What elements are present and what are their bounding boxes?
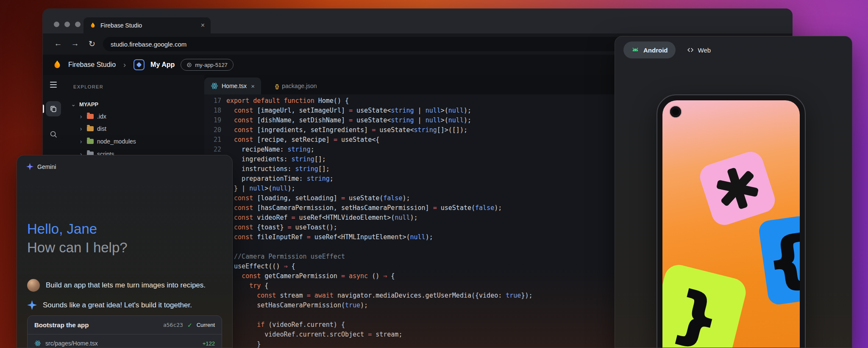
close-brace-icon: } [670,283,725,348]
window-controls [54,22,81,27]
app-prototype-icon [134,59,145,70]
changed-file-path: src/pages/Home.tsx [45,340,198,347]
tree-item-node-modules[interactable]: › node_modules [78,136,136,147]
project-id: my-app-5127 [195,62,228,68]
task-title: Bootstrap the app [34,321,159,329]
project-icon [186,62,192,68]
gemini-panel: Gemini Hello, Jane How can I help? Build… [17,155,233,348]
forward-icon[interactable]: → [70,39,80,48]
tab-close-icon[interactable]: × [201,22,205,29]
open-brace-icon: { [764,228,800,293]
breadcrumb-brand[interactable]: Firebase Studio [68,61,116,69]
chat-message-gemini: Sounds like a great idea! Let's build it… [27,300,192,310]
firebase-logo-icon [52,60,62,70]
url-text: studio.firebase.google.com [111,41,186,48]
task-card-header: Bootstrap the app a56c23 ✓ Current [28,316,222,334]
app-shape-pink [697,149,778,228]
folder-icon [87,139,94,144]
code-icon [687,46,694,54]
project-id-badge[interactable]: my-app-5127 [181,59,234,71]
react-icon [211,82,218,90]
menu-icon[interactable] [43,82,64,88]
tree-item-dist[interactable]: › dist [78,123,106,134]
search-icon [49,130,58,138]
greeting-primary: Hello, Jane [27,220,128,238]
gemini-greeting: Hello, Jane How can I help? [27,220,128,257]
status-badge: Current [197,322,215,328]
phone-camera [670,106,681,117]
commit-hash: a56c23 [163,322,183,328]
reload-icon[interactable]: ↻ [87,39,97,49]
phone-mockup: { } [657,94,806,348]
editor-tab-package-json[interactable]: {} package.json [269,77,323,94]
diff-added-count: +122 [203,340,215,347]
check-icon: ✓ [187,322,192,329]
android-icon [631,46,640,54]
chevron-right-icon: › [78,138,83,145]
gemini-sparkle-icon [27,300,37,310]
gemini-header: Gemini [26,163,56,170]
user-avatar [27,279,40,292]
app-shape-green: } [662,262,749,348]
preview-target-toggles: Android Web [623,41,713,58]
toggle-android[interactable]: Android [623,41,676,58]
asterisk-icon [711,162,764,215]
desktop: Firebase Studio × ← → ↻ studio.firebase.… [0,0,868,348]
active-view-indicator [43,105,44,113]
greeting-secondary: How can I help? [27,238,128,257]
tree-root-myapp[interactable]: ⌄ MYAPP [71,99,98,110]
folder-icon [87,114,94,119]
phone-screen: { } [662,100,800,348]
window-close-button[interactable] [54,22,59,27]
toggle-web[interactable]: Web [684,41,714,58]
chevron-right-icon: › [78,125,83,132]
window-zoom-button[interactable] [75,22,81,27]
tab-close-icon[interactable]: × [251,83,255,90]
browser-tab-strip: Firebase Studio × [43,9,792,33]
chevron-down-icon: ⌄ [71,101,76,108]
search-view-button[interactable] [43,130,64,138]
window-minimize-button[interactable] [64,22,70,27]
json-braces-icon: {} [275,83,278,89]
chevron-right-icon: › [78,113,83,120]
browser-tab[interactable]: Firebase Studio × [83,17,211,33]
gemini-title: Gemini [37,163,56,170]
editor-tab-home-tsx[interactable]: Home.tsx × [204,77,261,94]
folder-icon [87,126,94,131]
breadcrumb-separator: › [122,61,128,69]
project-name[interactable]: My App [150,61,175,69]
gemini-sparkle-icon [26,163,33,170]
browser-tab-title: Firebase Studio [100,22,197,29]
explorer-title: EXPLORER [73,84,103,89]
tree-item-idx[interactable]: › .idx [78,111,106,122]
react-icon [34,340,41,347]
explorer-view-button[interactable] [46,101,61,116]
chat-message-user: Build an app that lets me turn images in… [27,279,206,292]
firebase-favicon-icon [89,22,96,29]
device-preview-panel: Android Web { } [615,36,852,348]
back-icon[interactable]: ← [53,39,63,48]
app-shape-blue: { [758,215,800,306]
files-icon [49,105,58,113]
task-card-file-row[interactable]: src/pages/Home.tsx +122 [28,334,222,348]
task-card[interactable]: Bootstrap the app a56c23 ✓ Current src/p… [27,315,222,348]
